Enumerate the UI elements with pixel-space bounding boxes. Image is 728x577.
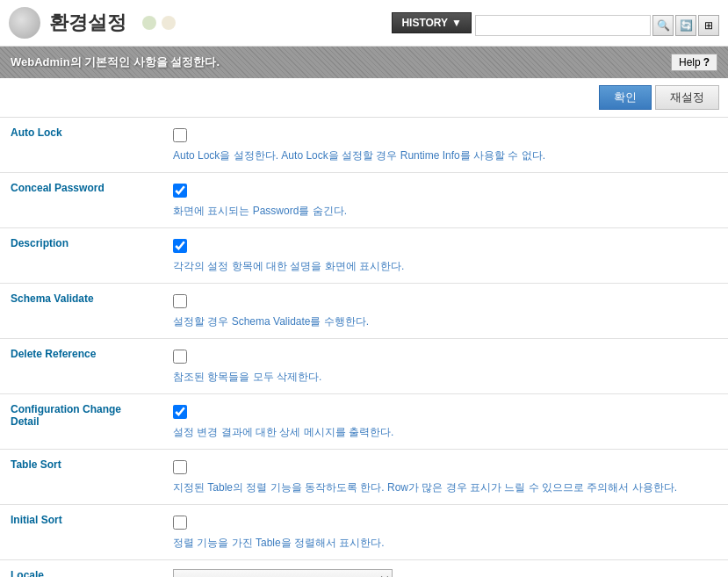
desc-config-change-detail: 설정 변경 결과에 대한 상세 메시지를 출력한다. [173, 425, 717, 440]
label-table-sort: Table Sort [0, 450, 162, 505]
setting-row-initial-sort: Initial Sort정렬 기능을 가진 Table을 정렬해서 표시한다. [0, 505, 728, 560]
checkbox-initial-sort[interactable] [173, 516, 187, 530]
content-delete-reference: 참조된 항목들을 모두 삭제한다. [162, 339, 728, 394]
desc-initial-sort: 정렬 기능을 가진 Table을 정렬해서 표시한다. [173, 536, 717, 551]
info-bar: WebAdmin의 기본적인 사항을 설정한다. Help ? [0, 47, 728, 78]
setting-row-config-change-detail: Configuration Change Detail설정 변경 결과에 대한 … [0, 394, 728, 450]
setting-row-description: Description각각의 설정 항목에 대한 설명을 화면에 표시한다. [0, 228, 728, 284]
content-table-sort: 지정된 Table의 정렬 기능을 동작하도록 한다. Row가 많은 경우 표… [162, 450, 728, 505]
content-schema-validate: 설정할 경우 Schema Validate를 수행한다. [162, 284, 728, 339]
checkbox-delete-reference[interactable] [173, 350, 187, 364]
content-locale: Locale을 변경한다. [162, 560, 728, 578]
content-config-change-detail: 설정 변경 결과에 대한 상세 메시지를 출력한다. [162, 394, 728, 450]
setting-row-conceal-password: Conceal Password화면에 표시되는 Password를 숨긴다. [0, 173, 728, 228]
dot-icon-beige [162, 16, 176, 30]
desc-description: 각각의 설정 항목에 대한 설명을 화면에 표시한다. [173, 259, 717, 274]
content-auto-lock: Auto Lock을 설정한다. Auto Lock을 설정할 경우 Runti… [162, 118, 728, 173]
history-button[interactable]: HISTORY ▼ [392, 12, 472, 33]
reset-button-top[interactable]: 재설정 [655, 85, 719, 110]
setting-row-delete-reference: Delete Reference참조된 항목들을 모두 삭제한다. [0, 339, 728, 394]
setting-row-locale: LocaleLocale을 변경한다. [0, 560, 728, 578]
desc-auto-lock: Auto Lock을 설정한다. Auto Lock을 설정할 경우 Runti… [173, 148, 717, 163]
help-icon: ? [703, 56, 710, 69]
desc-table-sort: 지정된 Table의 정렬 기능을 동작하도록 한다. Row가 많은 경우 표… [173, 480, 717, 495]
locale-select[interactable] [173, 569, 393, 577]
info-bar-text: WebAdmin의 기본적인 사항을 설정한다. [11, 54, 220, 70]
refresh-button[interactable]: 🔄 [675, 15, 696, 36]
page-title: 환경설정 [49, 10, 126, 36]
grid-button[interactable]: ⊞ [698, 15, 719, 36]
top-toolbar: 확인 재설정 [0, 78, 728, 118]
confirm-button-top[interactable]: 확인 [599, 85, 652, 110]
label-conceal-password: Conceal Password [0, 173, 162, 228]
chevron-down-icon: ▼ [451, 17, 462, 29]
search-input[interactable] [475, 15, 651, 36]
dot-icon-green [142, 16, 156, 30]
label-initial-sort: Initial Sort [0, 505, 162, 560]
label-auto-lock: Auto Lock [0, 118, 162, 173]
logo-icon [9, 7, 40, 39]
help-button[interactable]: Help ? [671, 54, 717, 71]
settings-table: Auto LockAuto Lock을 설정한다. Auto Lock을 설정할… [0, 118, 728, 577]
setting-row-schema-validate: Schema Validate설정할 경우 Schema Validate를 수… [0, 284, 728, 339]
content-initial-sort: 정렬 기능을 가진 Table을 정렬해서 표시한다. [162, 505, 728, 560]
content-description: 각각의 설정 항목에 대한 설명을 화면에 표시한다. [162, 228, 728, 284]
search-button[interactable]: 🔍 [652, 15, 674, 36]
checkbox-auto-lock[interactable] [173, 128, 187, 142]
label-delete-reference: Delete Reference [0, 339, 162, 394]
checkbox-conceal-password[interactable] [173, 184, 187, 198]
desc-conceal-password: 화면에 표시되는 Password를 숨긴다. [173, 204, 717, 219]
checkbox-table-sort[interactable] [173, 460, 187, 474]
checkbox-description[interactable] [173, 239, 187, 253]
label-description: Description [0, 228, 162, 284]
search-bar: 🔍 🔄 ⊞ [475, 15, 719, 36]
page-header: 환경설정 HISTORY ▼ 🔍 🔄 ⊞ [0, 0, 728, 47]
label-config-change-detail: Configuration Change Detail [0, 394, 162, 450]
setting-row-auto-lock: Auto LockAuto Lock을 설정한다. Auto Lock을 설정할… [0, 118, 728, 173]
header-left: 환경설정 [9, 7, 176, 39]
label-locale: Locale [0, 560, 162, 578]
content-conceal-password: 화면에 표시되는 Password를 숨긴다. [162, 173, 728, 228]
checkbox-schema-validate[interactable] [173, 294, 187, 308]
desc-schema-validate: 설정할 경우 Schema Validate를 수행한다. [173, 314, 717, 329]
checkbox-config-change-detail[interactable] [173, 405, 187, 419]
header-decorations [142, 16, 176, 30]
label-schema-validate: Schema Validate [0, 284, 162, 339]
setting-row-table-sort: Table Sort지정된 Table의 정렬 기능을 동작하도록 한다. Ro… [0, 450, 728, 505]
desc-delete-reference: 참조된 항목들을 모두 삭제한다. [173, 370, 717, 385]
header-right: HISTORY ▼ 🔍 🔄 ⊞ [392, 10, 719, 36]
